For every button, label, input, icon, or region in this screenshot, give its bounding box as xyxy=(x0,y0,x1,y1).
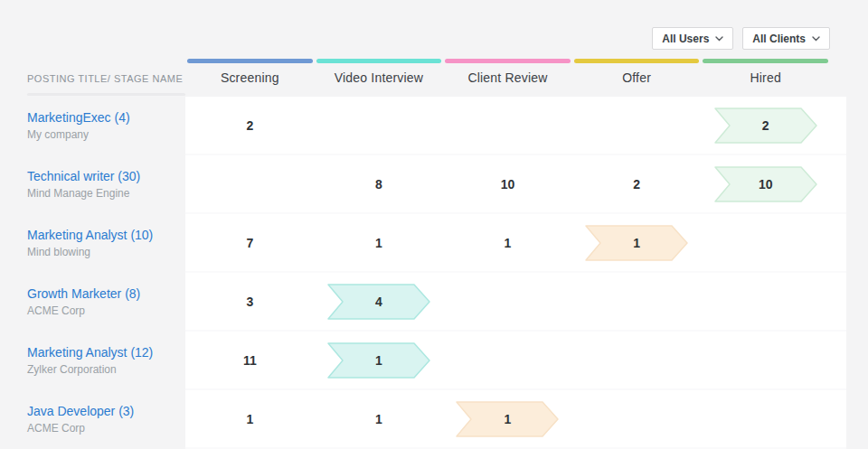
pipeline-row: 111 xyxy=(185,332,846,388)
posting-company: ACME Corp xyxy=(27,304,185,317)
pipeline-row: 7111 xyxy=(185,214,846,271)
posting-row-label: Growth Marketer (8)ACME Corp xyxy=(0,273,185,330)
stage-count[interactable]: 3 xyxy=(246,295,253,309)
stage-cell-screening: 2 xyxy=(185,118,315,133)
badge-count: 4 xyxy=(327,284,430,320)
pipeline-row: 810210 xyxy=(185,155,846,212)
stage-cell-client-review: 10 xyxy=(443,177,572,192)
stage-cell-client-review: 1 xyxy=(443,401,572,437)
stage-cell-offer: 1 xyxy=(572,225,702,261)
stage-cell-hired: 10 xyxy=(701,166,830,202)
stage-headers-row: ScreeningVideo InterviewClient ReviewOff… xyxy=(185,70,830,85)
stage-cell-screening: 7 xyxy=(185,236,315,250)
stage-bar-client-review xyxy=(445,59,571,63)
stage-count[interactable]: 1 xyxy=(375,236,382,250)
badge-count: 1 xyxy=(585,225,688,261)
posting-title-link[interactable]: Marketing Analyst (12) xyxy=(27,345,185,360)
stage-color-bars xyxy=(185,59,830,63)
stage-count[interactable]: 1 xyxy=(246,412,253,426)
stage-count[interactable]: 1 xyxy=(505,236,512,250)
posting-company: Mind blowing xyxy=(27,246,185,258)
posting-row-label: Marketing Analyst (10)Mind blowing xyxy=(0,214,185,271)
posting-row-label: MarketingExec (4)My company xyxy=(0,97,185,154)
chevron-down-icon xyxy=(812,36,820,42)
posting-company: Zylker Corporation xyxy=(27,363,185,376)
users-filter-label: All Users xyxy=(662,33,709,45)
posting-title-link[interactable]: Growth Marketer (8) xyxy=(27,286,185,301)
stage-count[interactable]: 2 xyxy=(633,177,640,192)
stage-count-badge-green[interactable]: 2 xyxy=(714,108,817,144)
badge-count: 1 xyxy=(327,342,430,379)
header-divider xyxy=(27,93,185,96)
stage-count-badge-orange[interactable]: 1 xyxy=(456,401,559,437)
clients-filter-label: All Clients xyxy=(752,33,806,45)
posting-title-link[interactable]: Technical writer (30) xyxy=(27,169,185,183)
posting-row-label: Marketing Analyst (12)Zylker Corporation xyxy=(0,332,185,388)
posting-title-link[interactable]: MarketingExec (4) xyxy=(27,110,185,125)
stage-header-offer: Offer xyxy=(572,70,702,85)
stage-count[interactable]: 8 xyxy=(375,177,382,192)
stage-count[interactable]: 7 xyxy=(246,236,253,250)
postings-column-header: POSTING TITLE/ STAGE NAME xyxy=(27,73,183,84)
posting-row-label: Java Developer (3)ACME Corp xyxy=(0,390,185,447)
stage-count-badge-orange[interactable]: 1 xyxy=(585,225,688,261)
pipeline-rows-region: 22810210711134111111 xyxy=(185,97,846,449)
stage-bar-hired xyxy=(703,59,828,63)
users-filter-dropdown[interactable]: All Users xyxy=(652,27,733,50)
badge-count: 2 xyxy=(714,108,817,144)
posting-row-label: Technical writer (30)Mind Manage Engine xyxy=(0,155,185,212)
clients-filter-dropdown[interactable]: All Clients xyxy=(742,27,830,50)
posting-company: ACME Corp xyxy=(27,422,185,435)
posting-company: My company xyxy=(27,128,185,141)
stage-cell-video-interview: 4 xyxy=(315,284,444,320)
stage-cell-video-interview: 8 xyxy=(315,177,444,192)
stage-bar-offer xyxy=(574,59,700,63)
stage-cell-screening: 11 xyxy=(185,353,315,368)
stage-cell-video-interview: 1 xyxy=(315,236,444,250)
stage-count-badge-green[interactable]: 10 xyxy=(714,166,817,202)
posting-title-link[interactable]: Marketing Analyst (10) xyxy=(27,228,185,242)
posting-title-link[interactable]: Java Developer (3) xyxy=(27,404,185,418)
stage-cell-video-interview: 1 xyxy=(315,412,444,426)
stage-bar-screening xyxy=(187,59,313,63)
stage-count[interactable]: 10 xyxy=(501,177,515,192)
hiring-pipeline-report: All Users All Clients ScreeningVideo Int… xyxy=(0,0,868,449)
pipeline-row: 34 xyxy=(185,273,846,330)
stage-count-badge-teal[interactable]: 1 xyxy=(327,342,430,379)
stage-header-client-review: Client Review xyxy=(443,70,572,85)
stage-cell-client-review: 1 xyxy=(443,236,572,250)
stage-cell-offer: 2 xyxy=(572,177,702,192)
stage-header-screening: Screening xyxy=(185,70,315,85)
chevron-down-icon xyxy=(715,36,723,42)
filters-bar: All Users All Clients xyxy=(652,27,830,50)
stage-bar-video-interview xyxy=(316,59,442,63)
stage-header-video-interview: Video Interview xyxy=(315,70,444,85)
posting-list: MarketingExec (4)My companyTechnical wri… xyxy=(0,97,185,449)
stage-count[interactable]: 2 xyxy=(246,118,253,133)
stage-count[interactable]: 11 xyxy=(243,353,257,368)
stage-header-hired: Hired xyxy=(701,70,830,85)
badge-count: 10 xyxy=(714,166,817,202)
badge-count: 1 xyxy=(456,401,559,437)
posting-company: Mind Manage Engine xyxy=(27,187,185,200)
stage-cell-hired: 2 xyxy=(701,108,830,144)
stage-count-badge-teal[interactable]: 4 xyxy=(327,284,430,320)
stage-cell-video-interview: 1 xyxy=(315,342,444,379)
pipeline-row: 22 xyxy=(185,97,846,154)
stage-cell-screening: 1 xyxy=(185,412,315,426)
stage-count[interactable]: 1 xyxy=(375,412,382,426)
stage-cell-screening: 3 xyxy=(185,295,315,309)
pipeline-row: 111 xyxy=(185,390,846,447)
